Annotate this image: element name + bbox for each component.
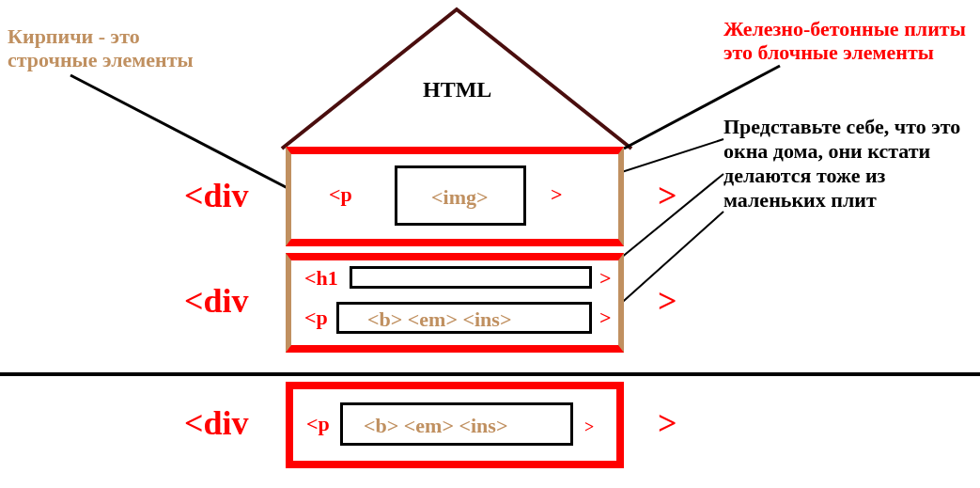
floor2-p-close: >	[599, 306, 612, 329]
floor2-h1-close: >	[599, 266, 612, 290]
caption-inline-bricks: Кирпичи - это строчные элементы	[8, 24, 194, 72]
floor1-img-label: <img>	[431, 185, 489, 209]
floor3-inline-sequence: <b> <em> <ins>	[364, 414, 507, 437]
floor2-div-close: >	[658, 282, 677, 321]
svg-line-1	[70, 75, 288, 188]
caption-block-slabs: Железно-бетонные плиты это блочные элеме…	[723, 17, 966, 65]
floor1: <p <img> >	[286, 147, 624, 246]
floor1-img-box: <img>	[395, 165, 526, 226]
floor3-p-close: >	[584, 417, 594, 437]
floor3-div-close: >	[658, 404, 677, 443]
floor2-inline-box: <b> <em> <ins>	[336, 302, 592, 334]
floor1-p-close: >	[551, 182, 563, 206]
floor3-inline-box: <b> <em> <ins>	[340, 402, 573, 446]
diagram-stage: { "captions": { "left": "Кирпичи - это\n…	[0, 0, 980, 488]
caption-windows-note: Представьте себе, что это окна дома, они…	[723, 115, 968, 213]
floor2-inline-sequence: <b> <em> <ins>	[367, 307, 511, 331]
roof-html-label: HTML	[423, 77, 491, 103]
floor1-div-open: <div	[184, 177, 249, 215]
floor2-p-open: <p	[304, 306, 328, 329]
floor1-p-open: <p	[329, 182, 352, 206]
floor3-basement: <p <b> <em> <ins> >	[286, 382, 624, 468]
floor3-p-open: <p	[306, 412, 330, 435]
floor1-div-close: >	[658, 177, 677, 215]
floor2-h1-open: <h1	[304, 266, 338, 290]
floor2-div-open: <div	[184, 282, 249, 321]
floor2-h1-box	[350, 266, 592, 289]
floor3-div-open: <div	[184, 404, 249, 443]
floor2: <h1 > <p <b> <em> <ins> >	[286, 253, 624, 353]
